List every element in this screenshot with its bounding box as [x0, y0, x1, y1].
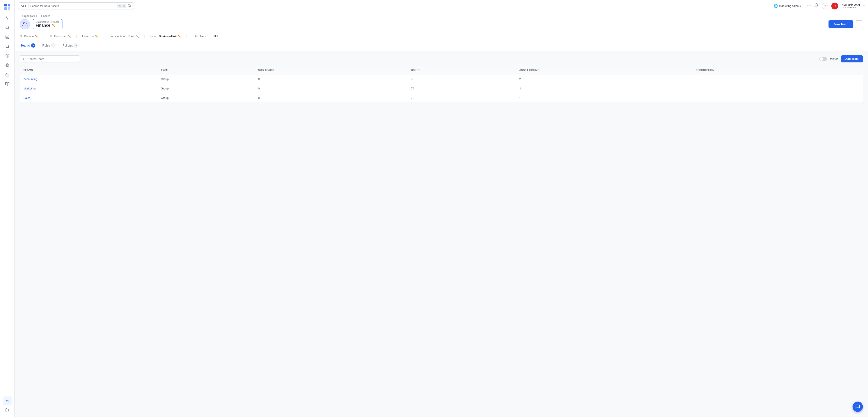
toolbar: Deleted Add Team	[20, 55, 863, 62]
cell-users-1: 74	[408, 84, 516, 93]
meta-domain-edit[interactable]: ✏️	[35, 35, 38, 38]
content-area: Deleted Add Team TEAMS TYPE SUB TEAMS	[14, 51, 868, 107]
svg-rect-1	[8, 4, 10, 6]
meta-owner-edit[interactable]: ✏️	[68, 35, 71, 38]
meta-email: Email : -- ✏️	[82, 35, 98, 38]
team-link-sales[interactable]: Sales	[23, 96, 30, 99]
chat-button[interactable]	[852, 402, 863, 412]
meta-users-label: Total Users	[192, 35, 206, 38]
tab-teams-badge: 3	[31, 43, 35, 47]
meta-sep-2: |	[76, 35, 77, 38]
tab-roles[interactable]: Roles 0	[41, 40, 57, 51]
help-icon[interactable]: ?	[822, 3, 828, 9]
sidebar-item-governance[interactable]	[3, 70, 11, 79]
breadcrumb-toggle[interactable]: ›	[20, 14, 21, 18]
breadcrumb-finance[interactable]: Finance	[41, 14, 50, 18]
sidebar-item-explore[interactable]	[3, 42, 11, 51]
search-type-label: All	[21, 4, 24, 7]
cell-subteams-2: 0	[254, 93, 408, 103]
more-options-button[interactable]: ⋮	[855, 20, 863, 28]
search-input[interactable]	[30, 4, 116, 7]
meta-subscription: Subscription : None ✏️	[110, 35, 139, 38]
sidebar-item-search[interactable]	[3, 23, 11, 32]
table-row: Marketing Group 0 74 3 --	[20, 84, 863, 93]
search-team-field[interactable]	[20, 55, 80, 62]
tab-roles-label: Roles	[42, 44, 50, 47]
search-type-dropdown[interactable]: All ▾	[21, 4, 29, 7]
deleted-label: Deleted	[829, 57, 838, 61]
team-name-edit-icon[interactable]: ✏️	[52, 24, 56, 27]
sidebar-item-insights[interactable]	[3, 52, 11, 60]
meta-sep-4: |	[144, 35, 145, 38]
meta-users-info-icon[interactable]: ⓘ	[208, 34, 210, 38]
svg-rect-0	[4, 4, 7, 6]
cell-users-0: 78	[408, 74, 516, 84]
language-label: EN	[805, 4, 809, 7]
team-link-accounting[interactable]: Accounting	[23, 77, 37, 81]
language-selector[interactable]: EN ▾	[805, 4, 811, 7]
search-shortcut: ⌘ K	[117, 4, 126, 8]
tab-policies-label: Policies	[62, 44, 73, 47]
svg-line-26	[130, 6, 131, 7]
meta-type-value: BusinessUnit	[159, 35, 177, 38]
meta-sep-5: |	[186, 35, 187, 38]
cell-users-2: 76	[408, 93, 516, 103]
sidebar-item-logout[interactable]	[3, 406, 11, 414]
join-team-button[interactable]: Join Team	[829, 20, 854, 28]
user-role: Data Steward	[842, 6, 860, 9]
search-team-input[interactable]	[28, 57, 76, 61]
sidebar-logo[interactable]	[3, 3, 11, 11]
kbd-meta: ⌘	[117, 4, 122, 8]
tab-policies[interactable]: Policies 0	[62, 40, 79, 51]
meta-email-label: Email :	[82, 35, 91, 38]
meta-email-value: --	[92, 35, 94, 38]
meta-type-edit[interactable]: ✏️	[178, 35, 181, 38]
team-breadcrumb-small: Organization / Finance	[36, 21, 59, 23]
meta-row: No Domain ✏️ | No Owner ✏️ | Email : -- …	[14, 32, 868, 40]
deleted-toggle: Deleted	[819, 57, 838, 61]
meta-owner-label: No Owner	[54, 35, 67, 38]
globe-icon: 🌐	[774, 4, 778, 8]
sidebar-item-settings[interactable]	[3, 396, 11, 405]
col-asset-count: ASSET COUNT	[516, 66, 692, 74]
search-type-chevron: ▾	[25, 4, 26, 7]
search-bar[interactable]: All ▾ ⌘ K	[18, 2, 134, 9]
sidebar-item-globe[interactable]	[3, 61, 11, 69]
add-team-button[interactable]: Add Team	[841, 55, 863, 62]
sidebar-item-catalog[interactable]	[3, 33, 11, 41]
svg-point-19	[7, 400, 8, 401]
deleted-toggle-switch[interactable]	[819, 57, 827, 61]
sidebar-item-home[interactable]	[3, 14, 11, 22]
cell-description-2: --	[692, 93, 863, 103]
cell-assetcount-0: 2	[516, 74, 692, 84]
svg-rect-2	[4, 7, 7, 10]
sidebar-item-book[interactable]	[3, 80, 11, 88]
kbd-k: K	[122, 4, 126, 8]
meta-email-edit[interactable]: ✏️	[95, 35, 98, 38]
user-menu-chevron[interactable]: ▾	[863, 4, 865, 7]
svg-point-29	[23, 58, 25, 60]
team-link-marketing[interactable]: Marketing	[23, 87, 36, 90]
tab-teams[interactable]: Teams 3	[20, 40, 36, 51]
user-name: Rounakpreet.d	[842, 3, 860, 6]
search-submit-icon[interactable]	[128, 4, 131, 8]
teams-table: TEAMS TYPE SUB TEAMS USERS ASSET COUNT D…	[20, 66, 863, 103]
meta-subscription-label: Subscription :	[110, 35, 126, 38]
svg-line-5	[8, 28, 9, 29]
breadcrumb-org[interactable]: Organization	[22, 14, 37, 18]
user-avatar[interactable]: R	[831, 3, 838, 9]
workspace-name: Marketing sales	[779, 4, 799, 7]
workspace-selector[interactable]: 🌐 Marketing sales ▾	[774, 4, 801, 8]
meta-domain: No Domain ✏️	[20, 35, 38, 38]
topnav: All ▾ ⌘ K 🌐 Marketing sales	[14, 0, 868, 12]
user-info[interactable]: Rounakpreet.d Data Steward	[842, 3, 860, 9]
notifications-bell[interactable]	[814, 3, 818, 8]
sidebar-bottom	[3, 396, 11, 414]
sidebar	[0, 0, 14, 417]
toggle-knob	[820, 57, 823, 61]
col-sub-teams: SUB TEAMS	[254, 66, 408, 74]
breadcrumb-sep: /	[39, 14, 39, 18]
toolbar-right: Deleted Add Team	[819, 55, 863, 62]
meta-subscription-edit[interactable]: ✏️	[136, 35, 139, 38]
breadcrumb: › Organization / Finance	[20, 14, 863, 18]
